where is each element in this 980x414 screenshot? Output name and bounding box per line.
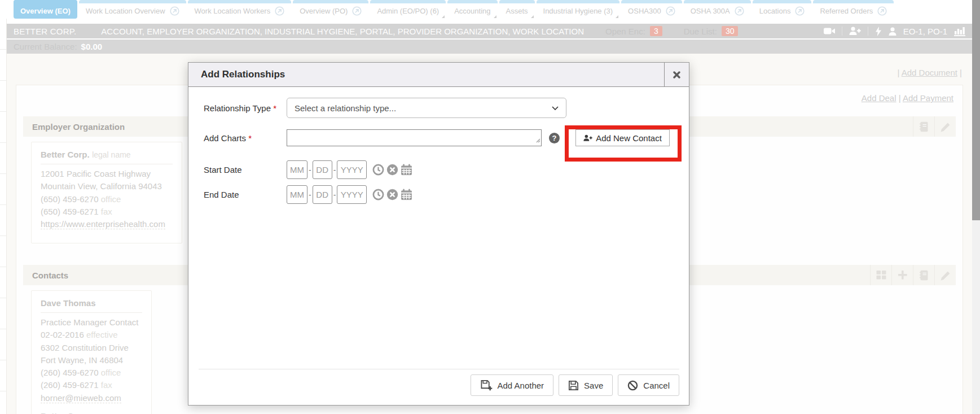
video-camera-icon[interactable] (824, 27, 835, 35)
tab-referred-orders[interactable]: Referred Orders (813, 0, 894, 19)
divider (41, 312, 142, 313)
open-enc-badge[interactable]: 3 (650, 26, 662, 36)
tab-overview-eo[interactable]: Overview (EO) (14, 0, 77, 19)
legal-name-note: legal name (92, 150, 131, 159)
lightning-bolt-icon[interactable] (875, 27, 882, 36)
contact-name: Dave Thomas (41, 298, 96, 308)
phone-note: office (101, 368, 121, 377)
add-relationships-modal: Add Relationships Relationship Type * Se… (188, 62, 689, 406)
add-deal-link[interactable]: Add Deal (862, 93, 896, 103)
contact-address1: 6302 Constitution Drive (41, 342, 142, 354)
start-date-year-input[interactable] (337, 160, 367, 179)
relationship-type-label: Relationship Type * (204, 103, 287, 113)
employer-website-link[interactable]: https://www.enterprisehealth.com (41, 219, 165, 229)
add-deal-row: Add Deal | Add Payment (862, 93, 953, 103)
required-marker: * (273, 103, 276, 113)
contact-email-link[interactable]: horner@mieweb.com (41, 393, 121, 403)
end-date-day-input[interactable] (313, 185, 332, 204)
contact-phone: (260) 459-6270 (41, 368, 99, 377)
save-button[interactable]: Save (559, 374, 613, 396)
end-date-label: End Date (204, 190, 287, 199)
divider (868, 27, 868, 36)
left-rail (0, 19, 7, 414)
external-link-icon[interactable] (877, 6, 887, 16)
grid-view-icon[interactable] (870, 265, 891, 285)
due-list-badge[interactable]: 30 (722, 26, 739, 36)
vertical-scrollbar[interactable] (972, 0, 980, 414)
external-link-icon[interactable] (170, 6, 179, 16)
tab-bar: Overview (EO) Work Location Overview Wor… (7, 0, 972, 19)
add-charts-input[interactable] (287, 129, 542, 146)
tab-work-location-overview[interactable]: Work Location Overview (79, 0, 186, 19)
fax-note: fax (101, 207, 112, 216)
tab-accounting[interactable]: Accounting (447, 0, 497, 19)
add-document-row: | Add Document | (897, 68, 962, 77)
resize-handle-icon[interactable] (536, 135, 540, 145)
start-date-label: Start Date (204, 165, 287, 175)
start-date-month-input[interactable] (287, 160, 307, 179)
tab-industrial-hygiene[interactable]: Industrial Hygiene (3) (537, 0, 620, 19)
help-icon[interactable]: ? (549, 133, 560, 143)
calendar-icon[interactable] (400, 164, 412, 176)
edit-pencil-icon[interactable] (934, 116, 956, 137)
add-user-icon (583, 134, 592, 142)
divider (41, 164, 173, 164)
add-payment-link[interactable]: Add Payment (903, 93, 953, 103)
add-document-link[interactable]: Add Document (902, 68, 957, 77)
phone-note: office (101, 194, 121, 204)
tab-work-location-workers[interactable]: Work Location Workers (188, 0, 292, 19)
clear-date-icon[interactable] (386, 189, 398, 201)
edit-pencil-icon[interactable] (934, 265, 956, 285)
save-plus-icon (480, 380, 493, 391)
app-window: Overview (EO) Work Location Overview Wor… (0, 0, 980, 414)
open-enc-label: Open Enc: (605, 27, 645, 36)
employer-name: Better Corp. (41, 150, 90, 159)
required-marker: * (248, 133, 252, 143)
bar-chart-icon[interactable] (954, 27, 965, 36)
start-date-day-input[interactable] (313, 160, 332, 179)
external-link-icon[interactable] (735, 6, 744, 16)
time-clock-icon[interactable] (372, 164, 384, 176)
add-new-contact-button[interactable]: Add New Contact (575, 129, 670, 146)
add-plus-icon[interactable] (891, 265, 913, 285)
tab-overview-po[interactable]: Overview (PO) (293, 0, 368, 19)
modal-header: Add Relationships (188, 63, 689, 87)
tab-osha300a[interactable]: OSHA 300A (684, 0, 751, 19)
section-title: Employer Organization (23, 122, 125, 132)
calendar-icon[interactable] (400, 189, 412, 201)
fax-note: fax (101, 380, 112, 390)
section-title: Contacts (23, 271, 68, 280)
address-book-icon[interactable] (913, 116, 934, 137)
external-link-icon[interactable] (795, 6, 805, 16)
patient-info-bar: BETTER CORP. ACCOUNT, EMPLOYER ORGANIZAT… (7, 24, 972, 38)
contact-role: Practice Manager Contact (41, 316, 142, 329)
tab-osha300[interactable]: OSHA300 (621, 0, 682, 19)
address-book-icon[interactable] (913, 265, 934, 285)
tab-locations[interactable]: Locations (753, 0, 812, 19)
user-icon[interactable] (889, 27, 896, 36)
modal-footer: Add Another Save Cancel (199, 369, 679, 396)
clear-date-icon[interactable] (386, 164, 398, 176)
end-date-year-input[interactable] (337, 185, 367, 204)
end-date-month-input[interactable] (287, 185, 307, 204)
time-clock-icon[interactable] (372, 189, 384, 201)
add-another-button[interactable]: Add Another (471, 374, 554, 396)
relationship-type-select[interactable]: Select a relationship type... (287, 98, 566, 118)
close-icon[interactable] (664, 63, 689, 86)
external-link-icon[interactable] (666, 6, 675, 16)
tab-assets[interactable]: Assets (499, 0, 535, 19)
contact-card: Dave Thomas Practice Manager Contact 02-… (31, 290, 152, 414)
cancel-button[interactable]: Cancel (618, 374, 679, 396)
tab-admin-eo-po[interactable]: Admin (EO/PO) (6) (370, 0, 446, 19)
external-link-icon[interactable] (352, 6, 362, 16)
balance-label: Current Balance: (14, 42, 77, 51)
contact-address2: Fort Wayne, IN 46804 (41, 354, 142, 367)
contact-fax: (260) 459-6271 (41, 380, 99, 390)
scrollbar-thumb[interactable] (972, 0, 980, 220)
company-name: BETTER CORP. (14, 27, 76, 36)
menu-corner-icon (494, 15, 496, 18)
add-user-icon[interactable] (849, 27, 861, 36)
external-link-icon[interactable] (275, 6, 284, 16)
menu-corner-icon (531, 15, 534, 18)
chart-refs[interactable]: EO-1, PO-1 (903, 27, 947, 36)
